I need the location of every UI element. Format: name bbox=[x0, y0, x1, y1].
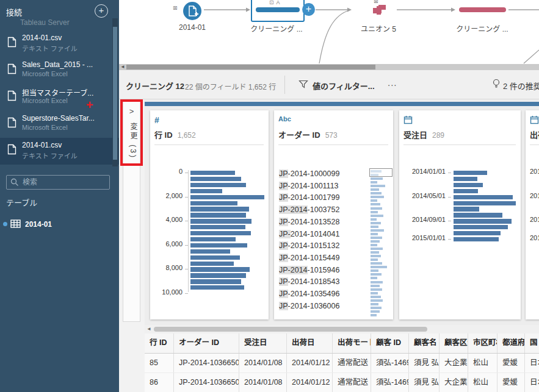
calendar-icon[interactable] bbox=[403, 115, 413, 124]
field-card-ship-date[interactable]: 出荷日 2014/01/012014/05/012014/09/012015/0… bbox=[526, 110, 539, 319]
field-value[interactable]: JP-2014-1015449 bbox=[279, 254, 339, 265]
grid-header-cell[interactable]: 出荷日 bbox=[287, 333, 333, 353]
flow-node-label[interactable]: ユニオン 5 bbox=[354, 23, 403, 34]
histogram-bar[interactable] bbox=[454, 237, 499, 241]
field-value[interactable]: JP-2014-1014041 bbox=[279, 230, 339, 241]
grid-header-cell[interactable]: 市区町村 bbox=[468, 333, 497, 353]
add-step-button[interactable]: + bbox=[302, 3, 315, 16]
more-options-button[interactable]: ... bbox=[388, 77, 397, 88]
histogram-bar[interactable] bbox=[454, 171, 487, 175]
profile-horizontal-scrollbar[interactable]: ◄ bbox=[145, 325, 539, 333]
histogram-bar[interactable] bbox=[454, 219, 512, 223]
mini-histogram-bar[interactable] bbox=[371, 310, 380, 313]
field-card-order-date[interactable]: 受注日289 2014/01/012014/05/012014/09/01201… bbox=[399, 110, 521, 319]
histogram-bar[interactable] bbox=[190, 171, 235, 175]
histogram-bar[interactable] bbox=[190, 279, 241, 283]
mini-histogram-bar[interactable] bbox=[371, 233, 378, 235]
grid-header-cell[interactable]: 都道府県 bbox=[497, 333, 525, 353]
field-card-order-id[interactable]: Abc オーダー ID573 JP-2014-1000099JP-2014-10… bbox=[274, 110, 393, 319]
mini-histogram-bar[interactable] bbox=[371, 222, 381, 224]
mini-histogram-bar[interactable] bbox=[371, 226, 378, 228]
calendar-icon[interactable] bbox=[530, 115, 539, 124]
mini-histogram-bar[interactable] bbox=[371, 237, 382, 239]
flow-pane[interactable]: ⊠ 2014-01 ⊡A クリーニング ... + ⊠ ユニオン 5 クリーニン… bbox=[119, 0, 539, 64]
field-card-row-id[interactable]: # 行 ID1,652 02,0004,0006,0008,00010,000 bbox=[150, 110, 269, 319]
mini-histogram-bar[interactable] bbox=[371, 196, 384, 198]
mini-histogram-bar[interactable] bbox=[371, 188, 379, 191]
flow-node-label[interactable]: 2014-01 bbox=[168, 23, 217, 32]
histogram-bar[interactable] bbox=[454, 183, 483, 187]
flow-node-label[interactable]: クリーニング ... bbox=[249, 23, 304, 34]
mini-histogram-bar[interactable] bbox=[371, 266, 387, 268]
mini-histogram-bar[interactable] bbox=[371, 314, 377, 316]
mini-histogram-bar[interactable] bbox=[371, 262, 382, 265]
mini-histogram-bar[interactable] bbox=[371, 307, 382, 309]
histogram-bar[interactable] bbox=[454, 213, 502, 217]
connection-item[interactable]: 担当マスターテーブ...Microsoft Excel bbox=[0, 84, 119, 111]
expand-chevron-icon[interactable]: > bbox=[123, 107, 140, 116]
histogram-bar[interactable] bbox=[454, 207, 479, 211]
mini-histogram-bar[interactable] bbox=[371, 258, 378, 261]
flow-horizontal-scrollbar[interactable]: ◄ bbox=[119, 64, 539, 70]
histogram-bar[interactable] bbox=[190, 262, 234, 266]
mini-histogram-bar[interactable] bbox=[371, 215, 383, 217]
table-list-item[interactable]: 2014-01 bbox=[0, 217, 119, 232]
mini-histogram-bar[interactable] bbox=[371, 181, 377, 184]
field-value[interactable]: JP-2014-1018543 bbox=[279, 277, 339, 288]
connection-item[interactable]: 2014-01.csvテキスト ファイル bbox=[0, 30, 119, 57]
add-connection-button[interactable]: + bbox=[95, 4, 108, 18]
number-type-icon[interactable]: # bbox=[154, 115, 159, 125]
histogram-bar[interactable] bbox=[190, 201, 237, 205]
connection-item[interactable]: 2014-01.csvテキスト ファイル bbox=[0, 138, 119, 165]
field-value[interactable]: JP-2014-1015946 bbox=[279, 266, 339, 277]
mini-histogram-bar[interactable] bbox=[371, 281, 383, 283]
histogram-bar[interactable] bbox=[190, 207, 249, 211]
field-value[interactable]: JP-2014-1013528 bbox=[279, 218, 339, 229]
histogram-bar[interactable] bbox=[190, 195, 264, 199]
changes-panel-collapsed[interactable]: > 変更 (3) bbox=[123, 101, 140, 322]
scroll-left-arrow-icon[interactable]: ◄ bbox=[147, 326, 151, 332]
field-value[interactable]: JP-2014-1003752 bbox=[279, 205, 339, 216]
grid-header-cell[interactable]: 受注日 bbox=[239, 333, 287, 353]
mini-histogram-bar[interactable] bbox=[371, 185, 385, 187]
mini-histogram-bar[interactable] bbox=[371, 269, 378, 272]
mini-histogram-bar[interactable] bbox=[371, 296, 381, 298]
histogram-bar[interactable] bbox=[454, 225, 508, 229]
grid-row[interactable]: 85JP-2014-10366502014/01/082014/01/12通常配… bbox=[145, 354, 539, 373]
field-value[interactable]: JP-2014-1035496 bbox=[279, 290, 339, 301]
histogram-bar[interactable] bbox=[454, 195, 513, 199]
mini-histogram-bar[interactable] bbox=[371, 251, 379, 254]
histogram-bar[interactable] bbox=[190, 177, 241, 181]
scroll-left-arrow-icon[interactable]: ◄ bbox=[120, 64, 125, 70]
mini-histogram-bar[interactable] bbox=[371, 199, 377, 202]
recommendations-button[interactable]: 2 件の推奨 bbox=[503, 80, 539, 91]
grid-header-cell[interactable]: 顧客名 bbox=[409, 333, 440, 353]
mini-histogram-bar[interactable] bbox=[371, 299, 383, 302]
flow-scrollbar-thumb[interactable] bbox=[126, 65, 375, 69]
histogram-bar[interactable] bbox=[190, 231, 251, 235]
field-value[interactable]: JP-2014-1036006 bbox=[279, 302, 339, 313]
mini-histogram-bar[interactable] bbox=[371, 177, 383, 180]
mini-histogram-bar[interactable] bbox=[371, 288, 382, 291]
connection-item[interactable]: Superstore-SalesTar...Microsoft Excel bbox=[0, 111, 119, 138]
histogram-bar[interactable] bbox=[190, 225, 245, 229]
mini-histogram-bar[interactable] bbox=[371, 229, 384, 232]
mini-histogram-bar[interactable] bbox=[371, 192, 382, 194]
input-step-icon[interactable] bbox=[183, 2, 201, 20]
union-step-icon[interactable] bbox=[373, 4, 388, 16]
mini-histogram-bar[interactable] bbox=[371, 218, 377, 221]
connection-item[interactable]: Sales_Data_2015 - ...Microsoft Excel bbox=[0, 57, 119, 84]
mini-histogram-bar[interactable] bbox=[371, 207, 382, 210]
sidebar-scrollbar[interactable] bbox=[112, 18, 118, 166]
histogram-bar[interactable] bbox=[190, 183, 246, 187]
histogram-bar[interactable] bbox=[454, 177, 477, 181]
flow-node-label[interactable]: クリーニング ... bbox=[455, 23, 510, 34]
grid-header-cell[interactable]: 顧客 ID bbox=[371, 333, 409, 353]
field-value[interactable]: JP-2014-1001799 bbox=[279, 193, 339, 204]
mini-histogram-bar[interactable] bbox=[371, 273, 382, 276]
grid-header-cell[interactable]: 出荷モード bbox=[333, 333, 371, 353]
histogram-bar[interactable] bbox=[190, 219, 251, 223]
filter-funnel-icon[interactable] bbox=[298, 79, 308, 89]
mini-histogram-selection-box[interactable] bbox=[369, 168, 392, 177]
histogram-bar[interactable] bbox=[454, 201, 516, 205]
